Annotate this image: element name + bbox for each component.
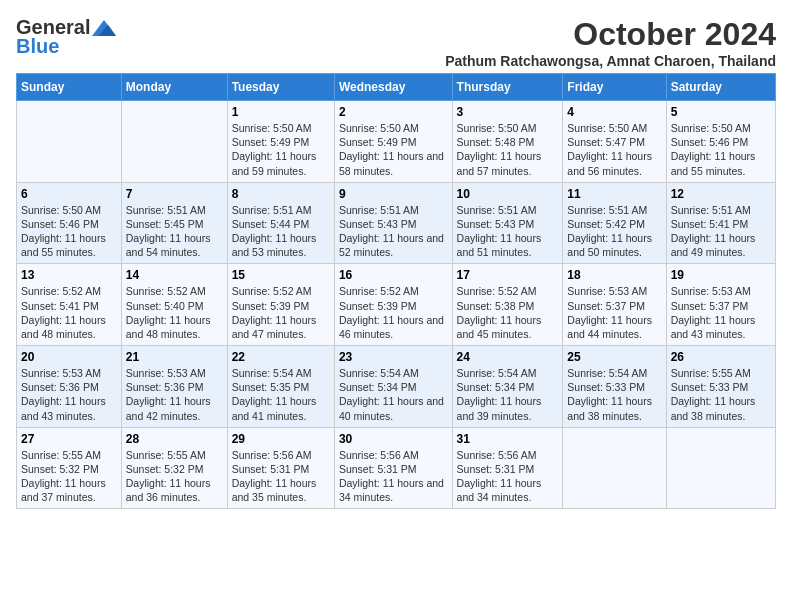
calendar-table: SundayMondayTuesdayWednesdayThursdayFrid… [16, 73, 776, 509]
day-number: 31 [457, 432, 559, 446]
day-number: 27 [21, 432, 117, 446]
calendar-cell: 23Sunrise: 5:54 AMSunset: 5:34 PMDayligh… [334, 346, 452, 428]
calendar-cell: 3Sunrise: 5:50 AMSunset: 5:48 PMDaylight… [452, 101, 563, 183]
day-number: 28 [126, 432, 223, 446]
header-friday: Friday [563, 74, 666, 101]
day-info: Sunrise: 5:55 AMSunset: 5:33 PMDaylight:… [671, 366, 771, 423]
day-number: 13 [21, 268, 117, 282]
day-info: Sunrise: 5:51 AMSunset: 5:43 PMDaylight:… [339, 203, 448, 260]
calendar-cell: 11Sunrise: 5:51 AMSunset: 5:42 PMDayligh… [563, 182, 666, 264]
day-number: 17 [457, 268, 559, 282]
header-thursday: Thursday [452, 74, 563, 101]
day-info: Sunrise: 5:52 AMSunset: 5:39 PMDaylight:… [232, 284, 330, 341]
day-info: Sunrise: 5:54 AMSunset: 5:34 PMDaylight:… [457, 366, 559, 423]
header-monday: Monday [121, 74, 227, 101]
calendar-cell: 27Sunrise: 5:55 AMSunset: 5:32 PMDayligh… [17, 427, 122, 509]
calendar-cell: 12Sunrise: 5:51 AMSunset: 5:41 PMDayligh… [666, 182, 775, 264]
calendar-cell: 1Sunrise: 5:50 AMSunset: 5:49 PMDaylight… [227, 101, 334, 183]
day-number: 5 [671, 105, 771, 119]
calendar-cell: 7Sunrise: 5:51 AMSunset: 5:45 PMDaylight… [121, 182, 227, 264]
title-block: October 2024 Pathum Ratchawongsa, Amnat … [445, 16, 776, 69]
day-number: 8 [232, 187, 330, 201]
day-number: 25 [567, 350, 661, 364]
calendar-cell: 8Sunrise: 5:51 AMSunset: 5:44 PMDaylight… [227, 182, 334, 264]
calendar-week-row: 13Sunrise: 5:52 AMSunset: 5:41 PMDayligh… [17, 264, 776, 346]
calendar-cell: 16Sunrise: 5:52 AMSunset: 5:39 PMDayligh… [334, 264, 452, 346]
calendar-cell [121, 101, 227, 183]
calendar-cell: 5Sunrise: 5:50 AMSunset: 5:46 PMDaylight… [666, 101, 775, 183]
day-number: 24 [457, 350, 559, 364]
calendar-cell: 13Sunrise: 5:52 AMSunset: 5:41 PMDayligh… [17, 264, 122, 346]
calendar-cell: 28Sunrise: 5:55 AMSunset: 5:32 PMDayligh… [121, 427, 227, 509]
calendar-cell: 17Sunrise: 5:52 AMSunset: 5:38 PMDayligh… [452, 264, 563, 346]
day-number: 19 [671, 268, 771, 282]
day-info: Sunrise: 5:53 AMSunset: 5:36 PMDaylight:… [21, 366, 117, 423]
day-number: 29 [232, 432, 330, 446]
calendar-cell: 29Sunrise: 5:56 AMSunset: 5:31 PMDayligh… [227, 427, 334, 509]
day-number: 4 [567, 105, 661, 119]
calendar-week-row: 27Sunrise: 5:55 AMSunset: 5:32 PMDayligh… [17, 427, 776, 509]
calendar-cell: 19Sunrise: 5:53 AMSunset: 5:37 PMDayligh… [666, 264, 775, 346]
day-number: 18 [567, 268, 661, 282]
calendar-cell: 24Sunrise: 5:54 AMSunset: 5:34 PMDayligh… [452, 346, 563, 428]
calendar-cell: 30Sunrise: 5:56 AMSunset: 5:31 PMDayligh… [334, 427, 452, 509]
calendar-cell: 14Sunrise: 5:52 AMSunset: 5:40 PMDayligh… [121, 264, 227, 346]
day-number: 30 [339, 432, 448, 446]
day-info: Sunrise: 5:50 AMSunset: 5:46 PMDaylight:… [671, 121, 771, 178]
day-info: Sunrise: 5:50 AMSunset: 5:48 PMDaylight:… [457, 121, 559, 178]
day-info: Sunrise: 5:56 AMSunset: 5:31 PMDaylight:… [457, 448, 559, 505]
day-info: Sunrise: 5:50 AMSunset: 5:46 PMDaylight:… [21, 203, 117, 260]
header-sunday: Sunday [17, 74, 122, 101]
header-wednesday: Wednesday [334, 74, 452, 101]
page-header: General Blue October 2024 Pathum Ratchaw… [16, 16, 776, 69]
day-number: 16 [339, 268, 448, 282]
day-info: Sunrise: 5:56 AMSunset: 5:31 PMDaylight:… [232, 448, 330, 505]
calendar-cell: 31Sunrise: 5:56 AMSunset: 5:31 PMDayligh… [452, 427, 563, 509]
day-number: 23 [339, 350, 448, 364]
calendar-cell: 2Sunrise: 5:50 AMSunset: 5:49 PMDaylight… [334, 101, 452, 183]
day-info: Sunrise: 5:52 AMSunset: 5:39 PMDaylight:… [339, 284, 448, 341]
calendar-cell: 4Sunrise: 5:50 AMSunset: 5:47 PMDaylight… [563, 101, 666, 183]
day-info: Sunrise: 5:54 AMSunset: 5:34 PMDaylight:… [339, 366, 448, 423]
day-info: Sunrise: 5:51 AMSunset: 5:41 PMDaylight:… [671, 203, 771, 260]
calendar-cell: 25Sunrise: 5:54 AMSunset: 5:33 PMDayligh… [563, 346, 666, 428]
day-info: Sunrise: 5:54 AMSunset: 5:33 PMDaylight:… [567, 366, 661, 423]
day-number: 7 [126, 187, 223, 201]
day-number: 3 [457, 105, 559, 119]
day-number: 20 [21, 350, 117, 364]
calendar-cell: 15Sunrise: 5:52 AMSunset: 5:39 PMDayligh… [227, 264, 334, 346]
day-number: 6 [21, 187, 117, 201]
day-number: 15 [232, 268, 330, 282]
calendar-cell: 26Sunrise: 5:55 AMSunset: 5:33 PMDayligh… [666, 346, 775, 428]
day-number: 10 [457, 187, 559, 201]
calendar-cell [666, 427, 775, 509]
header-tuesday: Tuesday [227, 74, 334, 101]
calendar-cell: 18Sunrise: 5:53 AMSunset: 5:37 PMDayligh… [563, 264, 666, 346]
calendar-week-row: 1Sunrise: 5:50 AMSunset: 5:49 PMDaylight… [17, 101, 776, 183]
day-info: Sunrise: 5:51 AMSunset: 5:42 PMDaylight:… [567, 203, 661, 260]
calendar-cell: 10Sunrise: 5:51 AMSunset: 5:43 PMDayligh… [452, 182, 563, 264]
month-title: October 2024 [445, 16, 776, 53]
day-info: Sunrise: 5:55 AMSunset: 5:32 PMDaylight:… [21, 448, 117, 505]
day-info: Sunrise: 5:51 AMSunset: 5:43 PMDaylight:… [457, 203, 559, 260]
day-info: Sunrise: 5:52 AMSunset: 5:38 PMDaylight:… [457, 284, 559, 341]
day-number: 14 [126, 268, 223, 282]
day-info: Sunrise: 5:56 AMSunset: 5:31 PMDaylight:… [339, 448, 448, 505]
day-info: Sunrise: 5:53 AMSunset: 5:37 PMDaylight:… [567, 284, 661, 341]
day-info: Sunrise: 5:50 AMSunset: 5:49 PMDaylight:… [232, 121, 330, 178]
calendar-cell: 22Sunrise: 5:54 AMSunset: 5:35 PMDayligh… [227, 346, 334, 428]
logo-icon [92, 20, 116, 36]
day-number: 11 [567, 187, 661, 201]
calendar-cell [17, 101, 122, 183]
day-info: Sunrise: 5:50 AMSunset: 5:47 PMDaylight:… [567, 121, 661, 178]
header-saturday: Saturday [666, 74, 775, 101]
day-info: Sunrise: 5:54 AMSunset: 5:35 PMDaylight:… [232, 366, 330, 423]
day-info: Sunrise: 5:52 AMSunset: 5:40 PMDaylight:… [126, 284, 223, 341]
calendar-header-row: SundayMondayTuesdayWednesdayThursdayFrid… [17, 74, 776, 101]
day-number: 2 [339, 105, 448, 119]
day-info: Sunrise: 5:50 AMSunset: 5:49 PMDaylight:… [339, 121, 448, 178]
day-info: Sunrise: 5:51 AMSunset: 5:45 PMDaylight:… [126, 203, 223, 260]
location-subtitle: Pathum Ratchawongsa, Amnat Charoen, Thai… [445, 53, 776, 69]
day-number: 22 [232, 350, 330, 364]
calendar-cell: 20Sunrise: 5:53 AMSunset: 5:36 PMDayligh… [17, 346, 122, 428]
